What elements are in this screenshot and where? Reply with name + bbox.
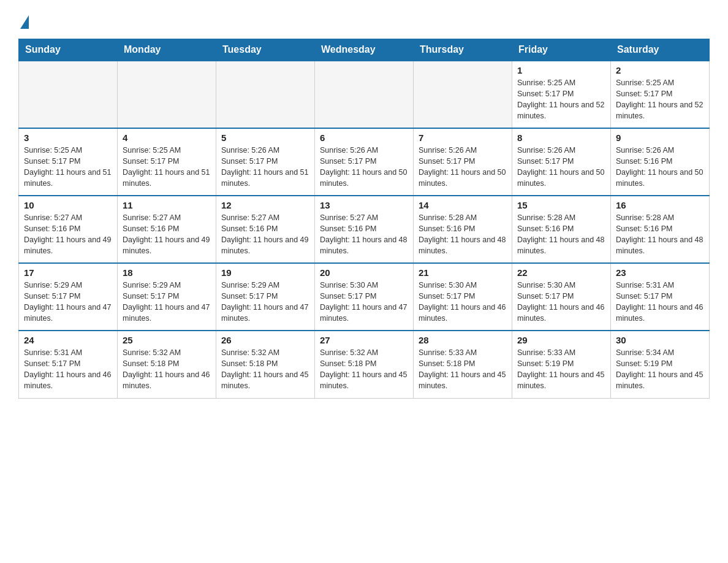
day-info: Sunrise: 5:28 AM Sunset: 5:16 PM Dayligh…: [517, 212, 605, 257]
day-info: Sunrise: 5:28 AM Sunset: 5:16 PM Dayligh…: [419, 212, 507, 257]
weekday-header-tuesday: Tuesday: [216, 39, 315, 61]
day-info: Sunrise: 5:32 AM Sunset: 5:18 PM Dayligh…: [123, 347, 211, 392]
day-number: 1: [517, 65, 605, 75]
day-info: Sunrise: 5:30 AM Sunset: 5:17 PM Dayligh…: [419, 280, 507, 324]
day-info: Sunrise: 5:27 AM Sunset: 5:16 PM Dayligh…: [24, 212, 112, 257]
calendar-cell: 26Sunrise: 5:32 AM Sunset: 5:18 PM Dayli…: [216, 331, 315, 398]
calendar-cell: 29Sunrise: 5:33 AM Sunset: 5:19 PM Dayli…: [512, 331, 611, 398]
day-number: 18: [123, 267, 211, 278]
day-number: 6: [320, 132, 408, 143]
calendar-cell: 10Sunrise: 5:27 AM Sunset: 5:16 PM Dayli…: [19, 196, 118, 263]
weekday-header-monday: Monday: [118, 39, 216, 61]
calendar-cell: 16Sunrise: 5:28 AM Sunset: 5:16 PM Dayli…: [611, 196, 710, 263]
day-info: Sunrise: 5:31 AM Sunset: 5:17 PM Dayligh…: [616, 280, 704, 324]
day-number: 5: [221, 132, 309, 143]
week-row-5: 24Sunrise: 5:31 AM Sunset: 5:17 PM Dayli…: [19, 331, 710, 398]
calendar-cell: 25Sunrise: 5:32 AM Sunset: 5:18 PM Dayli…: [118, 331, 216, 398]
day-info: Sunrise: 5:26 AM Sunset: 5:17 PM Dayligh…: [517, 145, 605, 190]
day-number: 2: [616, 65, 704, 75]
day-info: Sunrise: 5:33 AM Sunset: 5:19 PM Dayligh…: [517, 347, 605, 392]
weekday-header-sunday: Sunday: [19, 39, 118, 61]
day-info: Sunrise: 5:27 AM Sunset: 5:16 PM Dayligh…: [123, 212, 211, 257]
calendar-cell: 7Sunrise: 5:26 AM Sunset: 5:17 PM Daylig…: [414, 128, 512, 196]
day-info: Sunrise: 5:25 AM Sunset: 5:17 PM Dayligh…: [123, 145, 211, 190]
calendar-cell: 17Sunrise: 5:29 AM Sunset: 5:17 PM Dayli…: [19, 263, 118, 331]
calendar-cell: 24Sunrise: 5:31 AM Sunset: 5:17 PM Dayli…: [19, 331, 118, 398]
calendar-cell: [216, 61, 315, 128]
calendar-cell: 11Sunrise: 5:27 AM Sunset: 5:16 PM Dayli…: [118, 196, 216, 263]
calendar-cell: 14Sunrise: 5:28 AM Sunset: 5:16 PM Dayli…: [414, 196, 512, 263]
calendar-cell: 9Sunrise: 5:26 AM Sunset: 5:16 PM Daylig…: [611, 128, 710, 196]
calendar-cell: 6Sunrise: 5:26 AM Sunset: 5:17 PM Daylig…: [315, 128, 414, 196]
logo: [18, 12, 29, 28]
day-info: Sunrise: 5:25 AM Sunset: 5:17 PM Dayligh…: [24, 145, 112, 190]
calendar-cell: 1Sunrise: 5:25 AM Sunset: 5:17 PM Daylig…: [512, 61, 611, 128]
day-number: 3: [24, 132, 112, 143]
day-number: 26: [221, 335, 309, 345]
day-info: Sunrise: 5:25 AM Sunset: 5:17 PM Dayligh…: [517, 77, 605, 122]
day-number: 23: [616, 267, 704, 278]
week-row-3: 10Sunrise: 5:27 AM Sunset: 5:16 PM Dayli…: [19, 196, 710, 263]
calendar-cell: 22Sunrise: 5:30 AM Sunset: 5:17 PM Dayli…: [512, 263, 611, 331]
calendar-cell: 21Sunrise: 5:30 AM Sunset: 5:17 PM Dayli…: [414, 263, 512, 331]
day-info: Sunrise: 5:30 AM Sunset: 5:17 PM Dayligh…: [320, 280, 408, 324]
day-number: 15: [517, 200, 605, 210]
calendar-cell: 19Sunrise: 5:29 AM Sunset: 5:17 PM Dayli…: [216, 263, 315, 331]
calendar-cell: [118, 61, 216, 128]
calendar-cell: 15Sunrise: 5:28 AM Sunset: 5:16 PM Dayli…: [512, 196, 611, 263]
day-number: 27: [320, 335, 408, 345]
weekday-header-friday: Friday: [512, 39, 611, 61]
calendar-cell: [19, 61, 118, 128]
calendar-cell: 5Sunrise: 5:26 AM Sunset: 5:17 PM Daylig…: [216, 128, 315, 196]
day-info: Sunrise: 5:32 AM Sunset: 5:18 PM Dayligh…: [221, 347, 309, 392]
weekday-header-wednesday: Wednesday: [315, 39, 414, 61]
calendar-cell: 20Sunrise: 5:30 AM Sunset: 5:17 PM Dayli…: [315, 263, 414, 331]
day-number: 11: [123, 200, 211, 210]
day-number: 19: [221, 267, 309, 278]
day-number: 14: [419, 200, 507, 210]
week-row-4: 17Sunrise: 5:29 AM Sunset: 5:17 PM Dayli…: [19, 263, 710, 331]
logo-triangle-icon: [20, 15, 29, 29]
day-number: 22: [517, 267, 605, 278]
day-number: 7: [419, 132, 507, 143]
day-number: 24: [24, 335, 112, 345]
day-info: Sunrise: 5:26 AM Sunset: 5:16 PM Dayligh…: [616, 145, 704, 190]
day-number: 9: [616, 132, 704, 143]
calendar-cell: 12Sunrise: 5:27 AM Sunset: 5:16 PM Dayli…: [216, 196, 315, 263]
calendar-cell: 13Sunrise: 5:27 AM Sunset: 5:16 PM Dayli…: [315, 196, 414, 263]
calendar-cell: 28Sunrise: 5:33 AM Sunset: 5:18 PM Dayli…: [414, 331, 512, 398]
day-info: Sunrise: 5:26 AM Sunset: 5:17 PM Dayligh…: [419, 145, 507, 190]
calendar-cell: 2Sunrise: 5:25 AM Sunset: 5:17 PM Daylig…: [611, 61, 710, 128]
day-info: Sunrise: 5:34 AM Sunset: 5:19 PM Dayligh…: [616, 347, 704, 392]
calendar-cell: 8Sunrise: 5:26 AM Sunset: 5:17 PM Daylig…: [512, 128, 611, 196]
day-number: 12: [221, 200, 309, 210]
day-number: 17: [24, 267, 112, 278]
week-row-1: 1Sunrise: 5:25 AM Sunset: 5:17 PM Daylig…: [19, 61, 710, 128]
weekday-header-row: SundayMondayTuesdayWednesdayThursdayFrid…: [19, 39, 710, 61]
page-header: [18, 12, 710, 28]
day-info: Sunrise: 5:32 AM Sunset: 5:18 PM Dayligh…: [320, 347, 408, 392]
day-number: 10: [24, 200, 112, 210]
day-info: Sunrise: 5:33 AM Sunset: 5:18 PM Dayligh…: [419, 347, 507, 392]
day-info: Sunrise: 5:28 AM Sunset: 5:16 PM Dayligh…: [616, 212, 704, 257]
day-info: Sunrise: 5:27 AM Sunset: 5:16 PM Dayligh…: [320, 212, 408, 257]
calendar-cell: [414, 61, 512, 128]
weekday-header-saturday: Saturday: [611, 39, 710, 61]
calendar-cell: 30Sunrise: 5:34 AM Sunset: 5:19 PM Dayli…: [611, 331, 710, 398]
weekday-header-thursday: Thursday: [414, 39, 512, 61]
calendar-cell: 27Sunrise: 5:32 AM Sunset: 5:18 PM Dayli…: [315, 331, 414, 398]
day-number: 8: [517, 132, 605, 143]
day-info: Sunrise: 5:26 AM Sunset: 5:17 PM Dayligh…: [320, 145, 408, 190]
day-info: Sunrise: 5:30 AM Sunset: 5:17 PM Dayligh…: [517, 280, 605, 324]
day-number: 21: [419, 267, 507, 278]
day-number: 20: [320, 267, 408, 278]
day-number: 25: [123, 335, 211, 345]
calendar-cell: 3Sunrise: 5:25 AM Sunset: 5:17 PM Daylig…: [19, 128, 118, 196]
day-info: Sunrise: 5:29 AM Sunset: 5:17 PM Dayligh…: [24, 280, 112, 324]
day-info: Sunrise: 5:29 AM Sunset: 5:17 PM Dayligh…: [123, 280, 211, 324]
day-number: 28: [419, 335, 507, 345]
calendar-cell: 18Sunrise: 5:29 AM Sunset: 5:17 PM Dayli…: [118, 263, 216, 331]
calendar-cell: [315, 61, 414, 128]
day-info: Sunrise: 5:26 AM Sunset: 5:17 PM Dayligh…: [221, 145, 309, 190]
day-number: 4: [123, 132, 211, 143]
